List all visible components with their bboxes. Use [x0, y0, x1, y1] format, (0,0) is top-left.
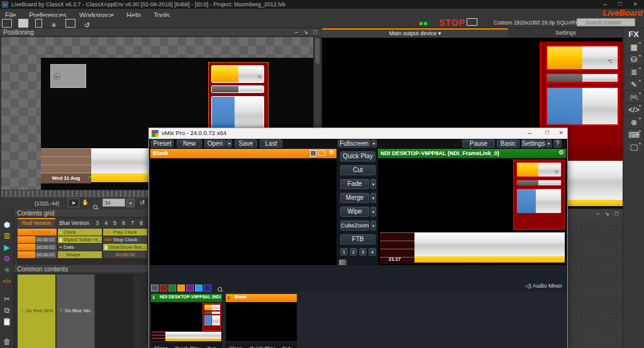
input-1-header[interactable]: 1 NDI DESKTOP-V9PP8AL (NDI_Fram: [151, 294, 222, 302]
grid-cell-play-clock[interactable]: </> Play Clock: [103, 229, 147, 236]
vmix-last-button[interactable]: Last: [260, 139, 282, 148]
vmix-program-bar[interactable]: NDI DESKTOP-V9PP8AL (NDI_FrameLink_0) ⚙: [378, 149, 566, 158]
input-2-cut-button[interactable]: Cut: [279, 345, 294, 348]
input-2-quick-play-button[interactable]: Quick Play: [247, 345, 279, 348]
zoom-level-input[interactable]: [103, 198, 125, 207]
gamepad-icon[interactable]: 🎮: [626, 91, 642, 104]
swatch-gray[interactable]: [151, 285, 158, 291]
script-icon[interactable]: </>: [0, 276, 14, 287]
transition-cubezoom-button[interactable]: CubeZoom: [340, 220, 369, 231]
preview-monitor-icon[interactable]: [318, 150, 325, 156]
vmix-fullscreen-dropdown[interactable]: ▾: [371, 139, 377, 148]
code-icon[interactable]: </>: [626, 104, 642, 116]
swatch-purple[interactable]: [186, 285, 194, 291]
vmix-titlebar[interactable]: vMix Pro - 24.0.0.72 x64 – □ ×: [149, 128, 567, 139]
input-2[interactable]: 2 Blank CloseQuick PlayCutLoop: [226, 294, 297, 348]
new-document-icon[interactable]: [35, 19, 42, 28]
right-panel-controls[interactable]: – ↘ □: [596, 210, 620, 217]
close-circle-icon[interactable]: ⊗: [626, 116, 642, 129]
program-gear-icon[interactable]: ⚙: [558, 149, 564, 156]
vmix-save-button[interactable]: Save: [235, 139, 257, 148]
trash-icon[interactable]: 🗑: [0, 336, 14, 347]
search-input[interactable]: [577, 18, 635, 26]
tab-main-output-device[interactable]: Main output device ▾: [322, 28, 508, 38]
cut-icon[interactable]: ✂: [0, 293, 14, 305]
overlay-4-button[interactable]: 4: [369, 248, 376, 256]
object-3d-icon[interactable]: ⬢: [0, 219, 14, 231]
tab-6[interactable]: 6: [119, 219, 128, 227]
database-icon[interactable]: ⛁: [626, 53, 642, 66]
grid-icon[interactable]: ▦: [626, 41, 642, 53]
vmix-preset-button[interactable]: Preset: [151, 139, 174, 148]
swatch-red[interactable]: [160, 285, 167, 291]
positioning-panel-header[interactable]: Positioning – ↘ □: [0, 28, 321, 36]
right-panel-header[interactable]: – ↘ □: [568, 209, 623, 217]
transition-ftb-button[interactable]: FTB: [340, 234, 375, 244]
grid-cell-slideshow[interactable]: ▮ SlideShow Bac...: [103, 244, 147, 251]
input-2-close-button[interactable]: Close: [226, 345, 247, 348]
audio-mixer-button[interactable]: ◁) Audio Mixer: [525, 283, 562, 289]
save-project-icon[interactable]: [18, 19, 28, 28]
transition-merge-dropdown[interactable]: ▾: [370, 193, 376, 203]
input-2-thumbnail[interactable]: [226, 302, 297, 341]
vmix-preview-screen[interactable]: [150, 158, 336, 265]
list-icon[interactable]: ≣: [626, 66, 642, 79]
vmix-maximize-button[interactable]: □: [540, 129, 554, 136]
transition-wipe-button[interactable]: Wipe: [340, 207, 369, 217]
output-monitor-icon[interactable]: [467, 18, 477, 26]
vmix-close-button[interactable]: ×: [555, 129, 567, 136]
overlay-3-button[interactable]: 3: [359, 248, 367, 256]
grid-cell-countdown[interactable]: 00:00:00: [103, 251, 147, 258]
grid-cell-timer[interactable]: 00:00:02: [18, 229, 57, 236]
swatch-orange[interactable]: [177, 285, 185, 291]
overlay-1-button[interactable]: 1: [340, 248, 348, 256]
vmix-basic-button[interactable]: Basic: [497, 139, 519, 148]
tab-7[interactable]: 7: [128, 219, 136, 227]
tab-red-version[interactable]: Red Version: [18, 218, 55, 227]
input-1-quick-play-button[interactable]: Quick Play: [172, 345, 204, 348]
display-icon[interactable]: [65, 19, 75, 28]
pan-tool-icon[interactable]: ✋: [82, 199, 89, 205]
grid-cell-shape[interactable]: { } Shape: [58, 251, 102, 258]
vmix-pause-inputs-button[interactable]: Pause Inputs: [462, 139, 495, 148]
card-go-red-version[interactable]: ✳ Go Red Vers...: [18, 275, 55, 348]
vmix-help-button[interactable]: ?: [553, 139, 562, 148]
input-2-loop-button[interactable]: Loop: [294, 345, 297, 348]
transition-quick-play-button[interactable]: Quick Play: [340, 151, 375, 161]
grid-cell-styled-ticker[interactable]: ▮ Styled Ticker H...: [58, 236, 102, 243]
preview-gear-icon[interactable]: ⚙: [329, 149, 335, 156]
grid-cell-timer[interactable]: 00:00:02: [18, 244, 57, 251]
tab-5[interactable]: 5: [111, 219, 119, 227]
monitor-share-icon[interactable]: 🖵: [626, 141, 642, 154]
input-1-loop-button[interactable]: Loop: [219, 345, 222, 348]
vmix-settings-dropdown[interactable]: ▾: [546, 139, 552, 148]
window-close-button[interactable]: ×: [629, 0, 641, 8]
gear-icon[interactable]: ⚙: [0, 253, 14, 264]
input-2-header[interactable]: 2 Blank: [226, 294, 297, 302]
play-circle-icon[interactable]: ▶: [0, 242, 14, 253]
transition-fade-button[interactable]: Fade: [340, 179, 369, 189]
input-1-cut-button[interactable]: Cut: [204, 345, 219, 348]
vmix-program-screen[interactable]: ℃ 21:17: [378, 158, 566, 265]
grid-cell-stop-clock[interactable]: </> Stop Clock: [103, 236, 147, 243]
rotate-left-icon[interactable]: ↺: [140, 199, 145, 206]
vmix-new-button[interactable]: New: [177, 139, 202, 148]
terminal-icon[interactable]: ⌨: [626, 129, 642, 141]
card-empty-slot[interactable]: [96, 275, 133, 348]
grid-cell-date[interactable]: ⌁ Date: [58, 244, 102, 251]
input-1[interactable]: 1 NDI DESKTOP-V9PP8AL (NDI_Fram CloseQui…: [151, 294, 222, 348]
transition-wipe-dropdown[interactable]: ▾: [370, 207, 376, 217]
window-maximize-button[interactable]: □: [614, 0, 626, 8]
vmix-settings-button[interactable]: Settings: [521, 139, 545, 148]
vmix-open-button[interactable]: Open: [204, 139, 226, 148]
input-1-close-button[interactable]: Close: [151, 345, 172, 348]
window-minimize-button[interactable]: –: [599, 0, 611, 8]
tab-8[interactable]: 8: [137, 219, 145, 227]
colorbars-icon[interactable]: [310, 150, 316, 156]
zoom-tool-icon[interactable]: [93, 205, 97, 209]
paste-icon[interactable]: 📋: [0, 316, 14, 327]
vmix-fullscreen-button[interactable]: Fullscreen: [338, 139, 370, 148]
grid-cell-timer[interactable]: 00:00:02: [18, 236, 57, 243]
video-placeholder[interactable]: ▶: [50, 64, 86, 88]
swatch-navy[interactable]: [204, 285, 211, 291]
